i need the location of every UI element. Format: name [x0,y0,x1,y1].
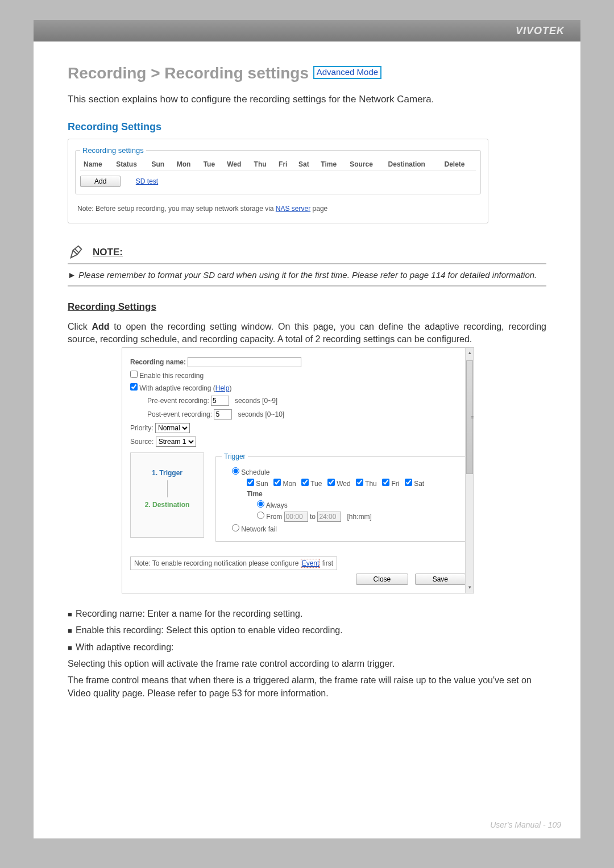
recording-name-label: Recording name: [130,358,186,366]
day-thu-label: Thu [365,480,377,488]
recording-settings-fieldset: Recording settings Name Status Sun Mon T… [75,146,481,194]
pre-event-input[interactable] [211,396,229,406]
pre-event-unit: seconds [0~9] [235,397,277,405]
day-sun-checkbox[interactable] [247,479,254,486]
step-trigger[interactable]: 1. Trigger [131,469,204,477]
col-delete: Delete [441,158,476,171]
panel-note-pre: Note: Before setup recording, you may se… [77,205,276,213]
enable-recording-label: Enable this recording [139,372,204,380]
time-label: Time [247,490,459,498]
recording-settings-heading: Recording Settings [68,121,546,133]
col-sun: Sun [148,158,173,171]
priority-label: Priority: [130,424,154,432]
col-fri: Fri [275,158,295,171]
from-time-input[interactable] [284,512,308,522]
adaptive-recording-checkbox[interactable] [130,383,138,391]
priority-select[interactable]: Normal [155,423,190,433]
intro-text: This section explains how to configure t… [68,94,546,105]
recording-name-input[interactable] [188,357,301,367]
panel-note-post: page [310,205,327,213]
event-link[interactable]: Event [301,559,321,568]
post-event-unit: seconds [0~10] [238,410,284,418]
day-mon-label: Mon [283,480,296,488]
recording-settings-panel: Recording settings Name Status Sun Mon T… [68,139,488,223]
to-label: to [310,513,316,521]
bullet-3: With adaptive recording: [76,642,174,652]
post-event-input[interactable] [214,409,232,420]
bullet-icon: ■ [68,626,76,637]
recording-table: Name Status Sun Mon Tue Wed Thu Fri Sat … [80,158,476,171]
always-label: Always [266,501,288,509]
trigger-legend: Trigger [222,452,248,460]
bullet-icon: ■ [68,609,76,620]
day-fri-label: Fri [391,480,399,488]
close-button[interactable]: Close [356,574,409,585]
day-fri-checkbox[interactable] [382,479,389,486]
source-select[interactable]: Stream 1 [156,437,196,447]
save-button[interactable]: Save [415,574,466,585]
recording-settings-desc: Click Add to open the recording setting … [68,321,546,345]
step-connector [167,480,168,497]
scroll-thumb[interactable]: ≡ [466,360,473,474]
enable-recording-checkbox[interactable] [130,371,138,378]
breadcrumb: Recording > Recording settings [68,64,309,82]
day-tue-label: Tue [310,480,322,488]
form-note-post: first [320,559,333,567]
day-tue-checkbox[interactable] [301,479,309,486]
schedule-radio[interactable] [232,467,239,475]
from-label: From [266,513,282,521]
day-row: Sun Mon Tue Wed Thu Fri Sat [247,479,459,488]
col-wed: Wed [223,158,250,171]
always-radio[interactable] [257,500,264,508]
adaptive-close: ) [229,384,231,392]
bullet-list: ■Recording name: Enter a name for the re… [68,607,546,700]
network-fail-radio[interactable] [232,524,239,531]
add-button[interactable]: Add [80,176,121,187]
col-time: Time [317,158,346,171]
brand-bar: VIVOTEK [34,20,580,41]
source-label: Source: [130,438,154,446]
scroll-down-icon[interactable]: ▾ [467,584,472,592]
bullet-3a: Selecting this option will activate the … [68,657,546,670]
wizard-steps: 1. Trigger 2. Destination [130,452,204,538]
arrow-icon: ► [68,270,78,280]
form-note-pre: Note: To enable recording notification p… [134,559,301,567]
panel-note: Note: Before setup recording, you may se… [75,205,481,213]
to-time-input[interactable] [317,512,341,522]
recording-settings-subheading: Recording Settings [68,301,546,313]
scroll-up-icon[interactable]: ▴ [467,349,472,357]
sd-test-link[interactable]: SD test [136,177,158,185]
day-wed-checkbox[interactable] [327,479,335,486]
scrollbar[interactable]: ▴ ≡ ▾ [465,348,474,593]
day-mon-checkbox[interactable] [273,479,281,486]
table-header-row: Name Status Sun Mon Tue Wed Thu Fri Sat … [80,158,476,171]
col-sat: Sat [295,158,317,171]
day-sat-checkbox[interactable] [405,479,412,486]
from-radio[interactable] [257,512,264,519]
advanced-mode-badge: Advanced Mode [313,66,381,79]
col-status: Status [113,158,148,171]
page-title: Recording > Recording settings Advanced … [68,64,546,82]
step-destination[interactable]: 2. Destination [131,501,204,509]
trigger-fieldset: Trigger Schedule Sun Mon Tue Wed Thu Fri… [215,452,466,542]
note-label: NOTE: [93,247,123,258]
bullet-3b: The frame control means that when there … [68,674,546,700]
day-sat-label: Sat [414,480,424,488]
recording-form-panel: ▴ ≡ ▾ Recording name: Enable this record… [122,347,474,593]
brand-name: VIVOTEK [516,25,565,36]
col-thu: Thu [251,158,275,171]
page-footer: User's Manual - 109 [490,820,561,829]
fieldset-legend: Recording settings [80,146,146,155]
col-destination: Destination [385,158,441,171]
bullet-1: Recording name: Enter a name for the rec… [76,609,302,618]
nas-server-link[interactable]: NAS server [276,205,310,213]
bullet-icon: ■ [68,643,76,654]
pre-event-label: Pre-event recording: [147,397,209,405]
col-mon: Mon [173,158,200,171]
day-thu-checkbox[interactable] [356,479,363,486]
note-block: NOTE: ► Please remember to format your S… [68,244,546,286]
note-text: ► Please remember to format your SD card… [68,269,546,286]
help-link[interactable]: Help [215,384,230,392]
form-note: Note: To enable recording notification p… [130,556,337,570]
post-event-label: Post-event recording: [147,410,212,418]
